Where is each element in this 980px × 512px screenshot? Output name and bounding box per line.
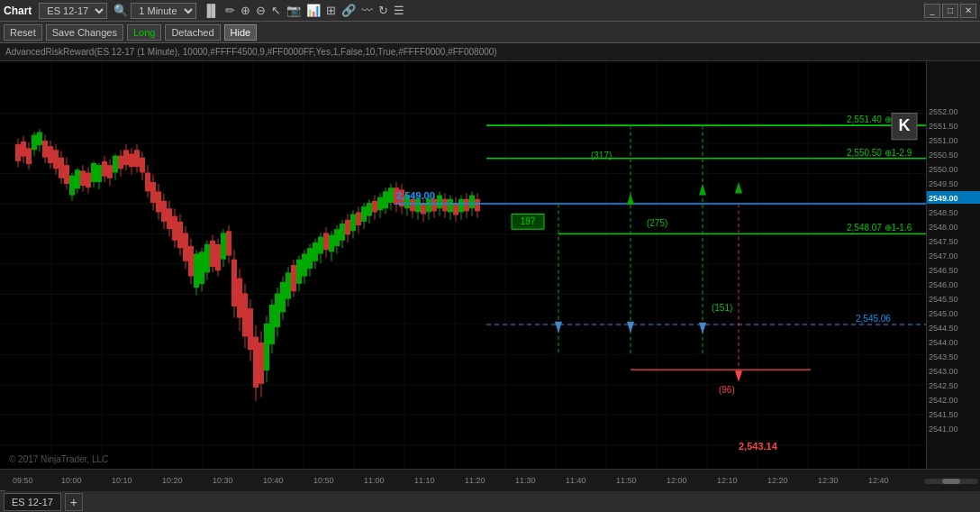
svg-text:2548.50: 2548.50 xyxy=(929,208,958,217)
svg-text:11:40: 11:40 xyxy=(566,476,586,485)
reset-button[interactable]: Reset xyxy=(4,24,42,41)
svg-text:11:30: 11:30 xyxy=(515,476,536,485)
svg-rect-78 xyxy=(140,158,145,173)
svg-rect-0 xyxy=(0,61,926,469)
app-title: Chart xyxy=(4,5,32,17)
svg-rect-112 xyxy=(231,260,237,306)
chart-canvas[interactable]: 197 2,549.00 (317) (275) (151) (96) 2,55… xyxy=(0,61,926,469)
svg-text:10:20: 10:20 xyxy=(162,476,183,485)
svg-text:10:50: 10:50 xyxy=(313,476,334,485)
svg-rect-132 xyxy=(286,272,291,298)
long-button[interactable]: Long xyxy=(127,24,161,41)
svg-text:2550.00: 2550.00 xyxy=(929,165,958,174)
svg-rect-168 xyxy=(383,191,388,208)
svg-text:197: 197 xyxy=(521,216,536,226)
svg-text:2552.00: 2552.00 xyxy=(929,107,958,116)
svg-rect-50 xyxy=(64,165,69,184)
svg-rect-154 xyxy=(345,220,350,235)
svg-text:12:30: 12:30 xyxy=(818,476,839,485)
hide-button[interactable]: Hide xyxy=(224,24,258,41)
svg-rect-46 xyxy=(53,150,59,169)
camera-icon[interactable]: 📷 xyxy=(286,4,301,17)
svg-rect-82 xyxy=(150,182,156,203)
svg-rect-84 xyxy=(156,191,161,212)
search-icon[interactable]: 🔍 xyxy=(113,4,128,17)
svg-rect-280 xyxy=(942,479,960,484)
svg-rect-170 xyxy=(388,187,394,203)
svg-rect-106 xyxy=(215,244,221,270)
svg-rect-158 xyxy=(356,212,361,225)
svg-text:(96): (96) xyxy=(719,385,735,395)
svg-text:11:00: 11:00 xyxy=(364,476,385,485)
refresh-icon[interactable]: ↻ xyxy=(378,4,388,17)
svg-text:10:40: 10:40 xyxy=(263,476,284,485)
svg-rect-118 xyxy=(248,308,253,350)
draw-icon[interactable]: ✏ xyxy=(225,4,235,17)
svg-rect-92 xyxy=(177,222,183,248)
svg-rect-200 xyxy=(469,196,475,209)
svg-text:2551.00: 2551.00 xyxy=(929,136,958,145)
zoom-out-icon[interactable]: ⊖ xyxy=(256,4,266,17)
svg-rect-62 xyxy=(96,165,102,182)
svg-rect-126 xyxy=(269,305,275,344)
maximize-button[interactable]: □ xyxy=(942,4,958,18)
svg-rect-42 xyxy=(42,141,48,158)
svg-rect-188 xyxy=(437,196,442,209)
svg-rect-36 xyxy=(26,148,32,164)
svg-rect-72 xyxy=(123,150,129,165)
symbol-selector[interactable]: ES 12-17 xyxy=(39,3,107,19)
wave-icon[interactable]: 〰 xyxy=(361,4,373,17)
svg-text:2544.50: 2544.50 xyxy=(929,324,958,333)
svg-rect-60 xyxy=(91,163,96,182)
svg-rect-164 xyxy=(372,201,377,213)
svg-rect-80 xyxy=(145,172,150,191)
svg-text:2,545.06: 2,545.06 xyxy=(856,314,891,324)
svg-rect-98 xyxy=(194,253,199,288)
cursor-icon[interactable]: ↖ xyxy=(271,4,281,17)
grid-icon[interactable]: ⊞ xyxy=(326,4,336,17)
svg-rect-120 xyxy=(253,337,259,389)
svg-rect-52 xyxy=(69,176,75,196)
close-button[interactable]: ✕ xyxy=(960,4,976,18)
svg-text:2547.50: 2547.50 xyxy=(929,237,958,246)
svg-rect-202 xyxy=(475,199,480,212)
svg-rect-150 xyxy=(334,229,340,246)
svg-rect-48 xyxy=(59,158,64,178)
link-icon[interactable]: 🔗 xyxy=(341,4,356,17)
svg-rect-124 xyxy=(264,324,269,370)
svg-rect-160 xyxy=(361,206,367,222)
svg-text:2542.50: 2542.50 xyxy=(929,381,958,390)
svg-rect-142 xyxy=(313,242,318,261)
svg-rect-64 xyxy=(102,161,107,177)
svg-rect-76 xyxy=(134,150,140,167)
timeframe-selector[interactable]: 1 Minute xyxy=(131,3,196,19)
svg-text:(275): (275) xyxy=(647,218,667,228)
price-axis: 2552.00 2551.50 2551.00 2550.50 2550.00 … xyxy=(926,61,980,469)
chart-type-icon[interactable]: 📊 xyxy=(306,4,321,17)
svg-text:10:10: 10:10 xyxy=(112,476,132,485)
svg-text:10:30: 10:30 xyxy=(213,476,233,485)
svg-text:K: K xyxy=(899,115,912,134)
bars-icon[interactable]: ▐▌ xyxy=(203,4,219,17)
svg-rect-146 xyxy=(323,233,329,250)
svg-rect-192 xyxy=(448,199,453,213)
svg-rect-102 xyxy=(204,244,210,272)
svg-text:12:20: 12:20 xyxy=(767,476,788,485)
list-icon[interactable]: ☰ xyxy=(394,4,404,17)
detached-button[interactable]: Detached xyxy=(165,24,220,41)
title-bar: Chart ES 12-17 🔍 1 Minute ▐▌ ✏ ⊕ ⊖ ↖ 📷 📊… xyxy=(0,0,980,22)
svg-text:2544.00: 2544.00 xyxy=(929,338,958,347)
zoom-in-icon[interactable]: ⊕ xyxy=(240,4,250,17)
save-changes-button[interactable]: Save Changes xyxy=(46,24,123,41)
svg-rect-96 xyxy=(188,246,194,276)
svg-text:11:20: 11:20 xyxy=(465,476,485,485)
chart-toolbar: Reset Save Changes Long Detached Hide xyxy=(0,22,980,43)
svg-text:12:10: 12:10 xyxy=(717,476,738,485)
instrument-tab[interactable]: ES 12-17 xyxy=(4,493,61,511)
minimize-button[interactable]: _ xyxy=(924,4,940,18)
svg-rect-184 xyxy=(426,199,431,213)
svg-text:2,549.00: 2,549.00 xyxy=(396,190,435,201)
add-tab-button[interactable]: + xyxy=(65,493,83,511)
tab-bar: ES 12-17 + xyxy=(0,490,980,512)
svg-rect-144 xyxy=(318,237,323,254)
